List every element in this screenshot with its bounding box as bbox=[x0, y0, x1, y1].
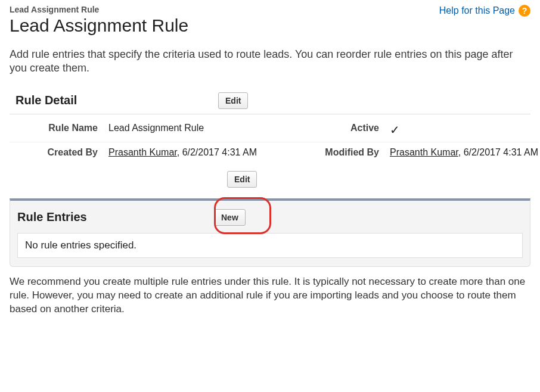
created-by-value: Prasanth Kumar, 6/2/2017 4:31 AM bbox=[108, 142, 299, 163]
modified-by-user-link[interactable]: Prasanth Kumar bbox=[390, 147, 458, 157]
rule-entries-block: Rule Entries New No rule entries specifi… bbox=[10, 198, 530, 267]
page-header: Lead Assignment Rule Lead Assignment Rul… bbox=[10, 5, 530, 36]
help-link[interactable]: Help for this Page ? bbox=[439, 5, 530, 17]
rule-detail-title: Rule Detail bbox=[10, 94, 218, 107]
active-label: Active bbox=[303, 118, 386, 142]
created-by-label: Created By bbox=[10, 142, 105, 163]
modified-by-label: Modified By bbox=[303, 142, 386, 163]
rule-detail-grid: Rule Name Lead Assignment Rule Active ✓ … bbox=[10, 114, 530, 166]
footer-note: We recommend you create multiple rule en… bbox=[10, 275, 530, 316]
modified-by-value: Prasanth Kumar, 6/2/2017 4:31 AM bbox=[390, 142, 539, 163]
rule-name-label: Rule Name bbox=[10, 118, 105, 142]
new-button[interactable]: New bbox=[214, 209, 246, 226]
rule-name-value: Lead Assignment Rule bbox=[108, 118, 299, 142]
check-icon: ✓ bbox=[390, 123, 400, 136]
edit-button-bottom[interactable]: Edit bbox=[227, 171, 257, 188]
created-by-user-link[interactable]: Prasanth Kumar bbox=[108, 147, 177, 157]
help-icon: ? bbox=[519, 5, 530, 17]
page-title: Lead Assignment Rule bbox=[10, 15, 188, 36]
intro-text: Add rule entries that specify the criter… bbox=[10, 48, 530, 76]
rule-entries-title: Rule Entries bbox=[17, 210, 214, 224]
rule-detail-header: Rule Detail Edit bbox=[10, 92, 530, 114]
active-value: ✓ bbox=[390, 118, 539, 142]
help-link-text: Help for this Page bbox=[439, 5, 515, 16]
rule-entries-empty: No rule entries specified. bbox=[17, 233, 523, 258]
edit-button-row-bottom: Edit bbox=[10, 171, 530, 188]
rule-entries-header: Rule Entries New bbox=[10, 201, 530, 233]
created-by-timestamp: , 6/2/2017 4:31 AM bbox=[177, 147, 257, 157]
breadcrumb: Lead Assignment Rule bbox=[10, 5, 188, 14]
edit-button-top[interactable]: Edit bbox=[218, 92, 248, 109]
modified-by-timestamp: , 6/2/2017 4:31 AM bbox=[458, 147, 538, 157]
